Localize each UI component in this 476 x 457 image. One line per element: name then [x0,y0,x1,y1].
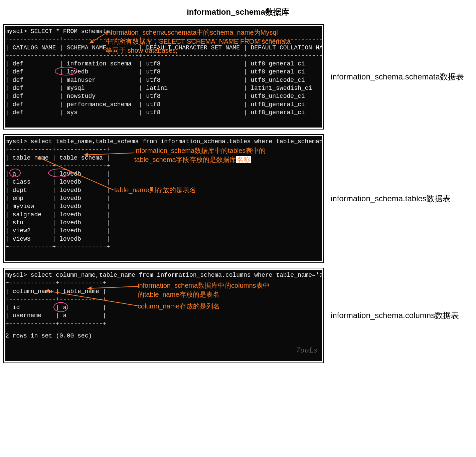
table-row: | def | mainuser | utf8 | utf8_unicode_c… [5,76,320,84]
panel-label-2: information_schema.tables数据表 [324,134,473,263]
rows-in-set: 2 rows in set (0.00 sec) [5,332,320,340]
panel-label-1: information_schema.schemata数据表 [324,24,473,130]
divider: +-------------+------------+ [5,320,320,328]
label-text: information_schema.schemata数据表 [331,71,464,82]
terminal-2: mysql> select table_name,table_schema fr… [5,136,322,261]
table-row: | username | a | [5,311,320,319]
table-row: | def | nowstudy | utf8 | utf8_unicode_c… [5,92,320,100]
table-row: | stu | lovedb | [5,219,320,227]
divider: +--------------+---------------------+--… [5,35,320,43]
terminal-3: mysql> select column_name,table_name fro… [5,270,322,361]
panel-tables: mysql> select table_name,table_schema fr… [3,134,473,263]
terminal-wrap-2: mysql> select table_name,table_schema fr… [3,134,324,263]
table-row: | view3 | lovedb | [5,235,320,243]
label-text: information_schema.columns数据表 [331,310,459,321]
panel-label-3: information_schema.columns数据表 [324,268,473,363]
panel-schemata: mysql> SELECT * FROM schemata; +--------… [3,24,473,130]
table-row: | view2 | lovedb | [5,227,320,235]
table-row: | dept | lovedb | [5,186,320,194]
table-row: | def | lovedb | utf8 | utf8_general_ci … [5,68,320,76]
table-header-1: | CATALOG_NAME | SCHEMA_NAME | DEFAULT_C… [5,44,320,52]
divider: +------------+--------------+ [5,146,320,154]
table-row: | emp | lovedb | [5,194,320,202]
sql-prompt-2: mysql> select table_name,table_schema fr… [5,138,320,146]
divider: +------------+--------------+ [5,243,320,251]
table-row: | def | mysql | latin1 | latin1_swedish_… [5,84,320,92]
divider: +--------------+---------------------+--… [5,52,320,60]
table-row: | def | information_schema | utf8 | utf8… [5,60,320,68]
table-row: | salgrade | lovedb | [5,211,320,219]
terminal-wrap-3: mysql> select column_name,table_name fro… [3,268,324,363]
table-row: | class | lovedb | [5,178,320,186]
terminal-wrap-1: mysql> SELECT * FROM schemata; +--------… [3,24,324,130]
divider: +------------+--------------+ [5,162,320,170]
divider: +-------------+------------+ [5,279,320,287]
page-title: information_schema数据库 [3,7,473,17]
table-header-2: | table_name | table_schema | [5,154,320,162]
sql-prompt-1: mysql> SELECT * FROM schemata; [5,27,320,35]
sql-prompt-3: mysql> select column_name,table_name fro… [5,271,320,279]
divider: +-------------+------------+ [5,295,320,303]
watermark: 7ooLs [296,345,317,355]
table-header-3: | column_name | table_name | [5,287,320,295]
panel-columns: mysql> select column_name,table_name fro… [3,268,473,363]
terminal-1: mysql> SELECT * FROM schemata; +--------… [5,26,322,128]
table-row: | myview | lovedb | [5,202,320,210]
table-row: | def | performance_schema | utf8 | utf8… [5,100,320,108]
label-text: information_schema.tables数据表 [331,193,451,204]
table-row: | id | a | [5,303,320,311]
table-row: | a | lovedb | [5,170,320,178]
table-row: | def | sys | utf8 | utf8_general_ci | N… [5,108,320,117]
